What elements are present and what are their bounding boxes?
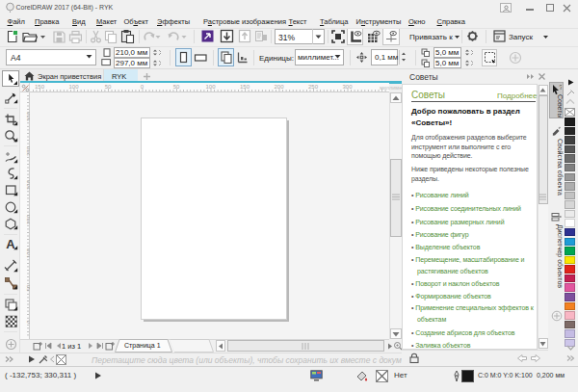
svg-text:?: ? [559,84,562,91]
